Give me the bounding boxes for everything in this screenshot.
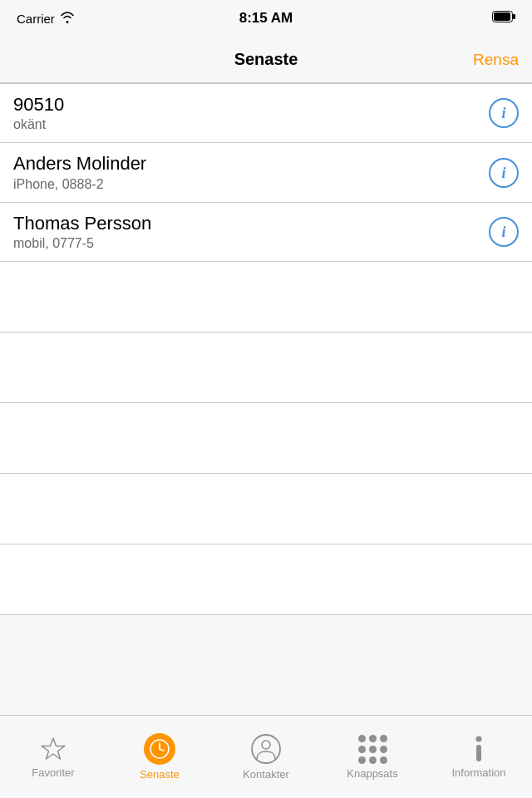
star-icon — [39, 735, 67, 763]
person-icon — [250, 733, 282, 765]
keypad-dot-1 — [358, 735, 366, 742]
carrier-wifi: Carrier — [17, 12, 75, 26]
clock-icon — [144, 733, 175, 765]
tab-favoriter[interactable]: Favoriter — [0, 716, 106, 798]
keypad-dot-6 — [380, 746, 387, 753]
tab-label-kontakter: Kontakter — [243, 768, 289, 781]
contact-name-1: 90510 — [13, 94, 489, 116]
contact-sub-2: iPhone, 0888-2 — [13, 177, 489, 192]
svg-rect-2 — [494, 12, 510, 21]
nav-bar: Senaste Rensa — [0, 37, 532, 83]
wifi-icon — [60, 12, 75, 26]
contact-item-2[interactable]: Anders Molinder iPhone, 0888-2 i — [0, 143, 532, 202]
nav-title: Senaste — [234, 50, 298, 69]
empty-row-5 — [0, 544, 532, 615]
status-bar: Carrier 8:15 AM — [0, 0, 532, 37]
keypad-dot-3 — [380, 735, 387, 742]
info-icon-2: i — [501, 165, 505, 180]
info-button-3[interactable]: i — [489, 217, 519, 247]
contact-info-2: Anders Molinder iPhone, 0888-2 — [13, 153, 489, 191]
tab-senaste[interactable]: Senaste — [106, 716, 213, 798]
tab-kontakter[interactable]: Kontakter — [213, 716, 319, 798]
contact-info-1: 90510 okänt — [13, 94, 489, 132]
keypad-dot-2 — [369, 735, 377, 742]
svg-rect-1 — [513, 14, 515, 19]
keypad-dot-9 — [380, 756, 387, 764]
contact-item-3[interactable]: Thomas Persson mobil, 0777-5 i — [0, 203, 532, 262]
tab-bar: Favoriter Senaste Kontakter — [0, 715, 532, 798]
svg-point-9 — [476, 736, 482, 742]
keypad-icon — [358, 735, 387, 764]
carrier-label: Carrier — [17, 12, 55, 26]
tab-label-information: Information — [451, 766, 505, 779]
info-button-1[interactable]: i — [489, 98, 519, 128]
contact-sub-3: mobil, 0777-5 — [13, 236, 489, 251]
keypad-dot-4 — [358, 746, 366, 753]
contact-name-3: Thomas Persson — [13, 213, 489, 234]
contact-sub-1: okänt — [13, 117, 489, 132]
contact-list: 90510 okänt i Anders Molinder iPhone, 08… — [0, 83, 532, 615]
status-right — [492, 11, 515, 26]
keypad-dot-5 — [369, 746, 377, 753]
svg-rect-10 — [476, 745, 481, 761]
info-tab-icon — [465, 735, 493, 763]
svg-point-8 — [262, 741, 270, 749]
keypad-dot-7 — [358, 756, 366, 764]
battery-icon — [492, 11, 515, 26]
contact-info-3: Thomas Persson mobil, 0777-5 — [13, 213, 489, 251]
info-button-2[interactable]: i — [489, 158, 519, 188]
keypad-dot-8 — [369, 756, 377, 764]
empty-row-4 — [0, 474, 532, 544]
tab-label-favoriter: Favoriter — [32, 766, 74, 779]
empty-row-3 — [0, 403, 532, 474]
rensa-button[interactable]: Rensa — [473, 51, 519, 69]
contact-item-1[interactable]: 90510 okänt i — [0, 84, 532, 143]
tab-label-knappsats: Knappsats — [347, 767, 397, 780]
tab-label-senaste: Senaste — [140, 768, 180, 781]
info-icon-1: i — [501, 106, 505, 121]
status-time: 8:15 AM — [239, 10, 293, 27]
svg-line-6 — [160, 749, 164, 751]
tab-knappsats[interactable]: Knappsats — [319, 716, 426, 798]
svg-marker-3 — [42, 738, 65, 759]
empty-row-1 — [0, 262, 532, 332]
contact-name-2: Anders Molinder — [13, 153, 489, 175]
info-icon-3: i — [501, 224, 505, 239]
empty-row-2 — [0, 332, 532, 403]
tab-information[interactable]: Information — [426, 716, 532, 798]
